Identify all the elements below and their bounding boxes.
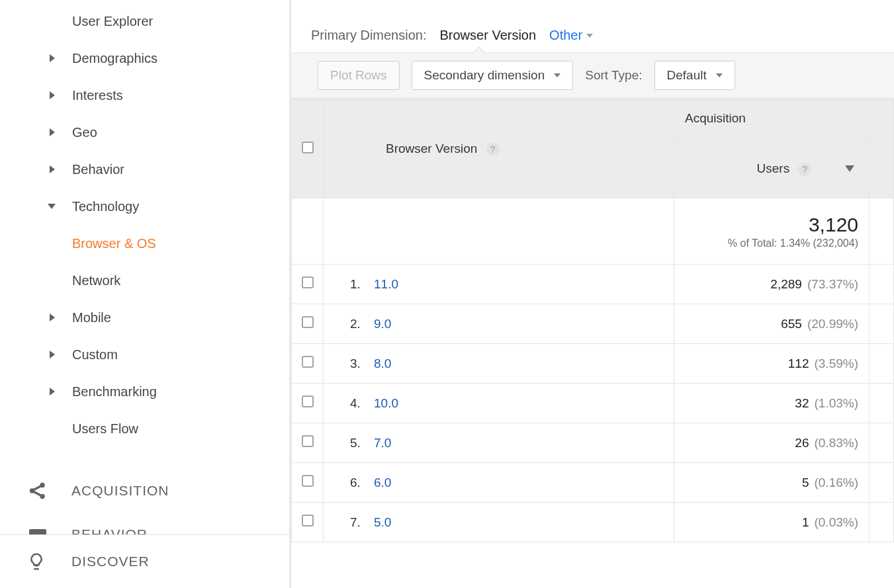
nav-item-geo[interactable]: Geo: [0, 114, 289, 151]
lightbulb-icon: [26, 552, 58, 571]
checkbox-icon: [302, 435, 314, 447]
nav-section-acquisition[interactable]: ACQUISITION: [0, 471, 289, 511]
primary-dimension-label: Primary Dimension:: [311, 28, 426, 43]
metric-percent: (73.37%): [807, 277, 858, 291]
next-cell-peek: [870, 384, 894, 423]
dimension-link[interactable]: 5.0: [374, 515, 391, 529]
metric-value: 32: [795, 396, 809, 410]
nav-item-interests[interactable]: Interests: [0, 77, 289, 114]
metric-value: 1: [802, 515, 809, 529]
nav-item-custom[interactable]: Custom: [0, 336, 289, 373]
plot-rows-button[interactable]: Plot Rows: [318, 61, 400, 90]
nav-item-label: Network: [72, 273, 120, 288]
nav-item-label: Demographics: [72, 51, 157, 66]
row-checkbox[interactable]: [292, 503, 324, 542]
dimension-cell: 2.9.0: [324, 304, 674, 344]
nav-section-label: BEHAVIOR: [58, 526, 148, 534]
metric-value: 2,289: [770, 277, 802, 291]
total-subtext: % of Total: 1.34% (232,004): [675, 237, 858, 249]
row-number: 5.: [350, 436, 374, 450]
metric-percent: (0.16%): [814, 476, 858, 489]
metric-percent: (0.03%): [814, 515, 858, 529]
nav-item-browser-os[interactable]: Browser & OS: [0, 225, 289, 262]
next-cell-peek: [870, 265, 894, 304]
nav-item-label: Users Flow: [72, 421, 138, 437]
checkbox-icon: [302, 515, 314, 526]
next-cell-peek: [870, 304, 894, 344]
nav-section-behavior[interactable]: BEHAVIOR: [0, 526, 289, 534]
checkbox-icon: [302, 276, 314, 288]
nav-item-behavior[interactable]: Behavior: [0, 151, 289, 188]
dimension-cell: 5.7.0: [324, 423, 674, 463]
primary-dimension-other[interactable]: Other: [549, 28, 593, 43]
nav-item-technology[interactable]: Technology: [0, 188, 289, 225]
dimension-cell: 6.6.0: [324, 463, 674, 503]
total-users: 3,120: [675, 214, 858, 236]
dimension-link[interactable]: 8.0: [374, 357, 391, 370]
users-cell: 2,289(73.37%): [674, 265, 870, 304]
dimension-link[interactable]: 9.0: [374, 317, 391, 331]
help-icon[interactable]: ?: [486, 143, 500, 156]
nav-item-label: Mobile: [72, 310, 111, 325]
dimension-link[interactable]: 7.0: [374, 436, 391, 450]
nav-item-label: Behavior: [72, 162, 124, 177]
next-cell-peek: [870, 423, 894, 463]
primary-dimension-value[interactable]: Browser Version: [439, 28, 536, 43]
sidebar: User ExplorerDemographicsInterestsGeoBeh…: [0, 0, 291, 588]
next-cell-peek: [870, 503, 894, 542]
dimension-cell: 4.10.0: [324, 384, 674, 423]
nav-item-demographics[interactable]: Demographics: [0, 40, 289, 77]
next-cell-peek: [870, 344, 894, 384]
sort-type-label: Sort Type:: [585, 68, 642, 83]
table-row: 7.5.01(0.03%): [292, 503, 894, 542]
nav-item-benchmarking[interactable]: Benchmarking: [0, 373, 289, 410]
nav-item-label: Geo: [72, 125, 97, 140]
svg-rect-3: [29, 529, 46, 534]
users-cell: 1(0.03%): [674, 503, 870, 542]
other-label: Other: [549, 28, 582, 43]
row-number: 1.: [350, 277, 374, 292]
metric-value: 5: [802, 476, 809, 489]
row-checkbox[interactable]: [292, 344, 324, 384]
table-toolbar: Plot Rows Secondary dimension Sort Type:…: [291, 52, 894, 99]
checkbox-icon: [302, 316, 314, 328]
row-checkbox[interactable]: [292, 265, 324, 304]
nav-item-label: Benchmarking: [72, 384, 157, 399]
nav-section-discover[interactable]: DISCOVER: [0, 535, 289, 588]
dimension-link[interactable]: 6.0: [374, 476, 391, 489]
button-label: Secondary dimension: [424, 68, 545, 83]
users-cell: 112(3.59%): [674, 344, 870, 384]
data-table: Browser Version ? Acquisition Users ?: [291, 99, 894, 542]
metric-percent: (0.83%): [814, 436, 858, 450]
dimension-link[interactable]: 11.0: [374, 277, 398, 291]
select-all-header[interactable]: [292, 99, 324, 198]
button-label: Default: [667, 68, 707, 83]
dimension-link[interactable]: 10.0: [374, 396, 398, 410]
metric-percent: (20.99%): [807, 317, 858, 331]
row-checkbox[interactable]: [292, 384, 324, 423]
nav-list: User ExplorerDemographicsInterestsGeoBeh…: [0, 3, 289, 447]
row-checkbox[interactable]: [292, 463, 324, 503]
users-column-header[interactable]: Users ?: [674, 139, 870, 198]
row-checkbox[interactable]: [292, 423, 324, 463]
secondary-dimension-dropdown[interactable]: Secondary dimension: [412, 61, 574, 90]
dimension-cell: 1.11.0: [324, 265, 674, 304]
metric-value: 26: [795, 436, 809, 450]
tab-indicator: [291, 43, 894, 52]
header-label: Users: [757, 161, 790, 175]
nav-section-label: DISCOVER: [58, 554, 150, 569]
metric-percent: (1.03%): [814, 396, 858, 410]
table-row: 6.6.05(0.16%): [292, 463, 894, 503]
nav-item-network[interactable]: Network: [0, 262, 289, 299]
table-row: 4.10.032(1.03%): [292, 384, 894, 423]
row-number: 6.: [350, 476, 374, 490]
sort-type-dropdown[interactable]: Default: [654, 61, 735, 90]
nav-item-user-explorer[interactable]: User Explorer: [0, 3, 289, 40]
help-icon[interactable]: ?: [798, 163, 811, 176]
checkbox-icon: [302, 396, 314, 407]
dimension-column-header[interactable]: Browser Version ?: [324, 99, 674, 198]
nav-item-users-flow[interactable]: Users Flow: [0, 410, 289, 447]
row-checkbox[interactable]: [292, 304, 324, 344]
table-row: 1.11.02,289(73.37%): [292, 265, 894, 304]
nav-item-mobile[interactable]: Mobile: [0, 299, 289, 336]
